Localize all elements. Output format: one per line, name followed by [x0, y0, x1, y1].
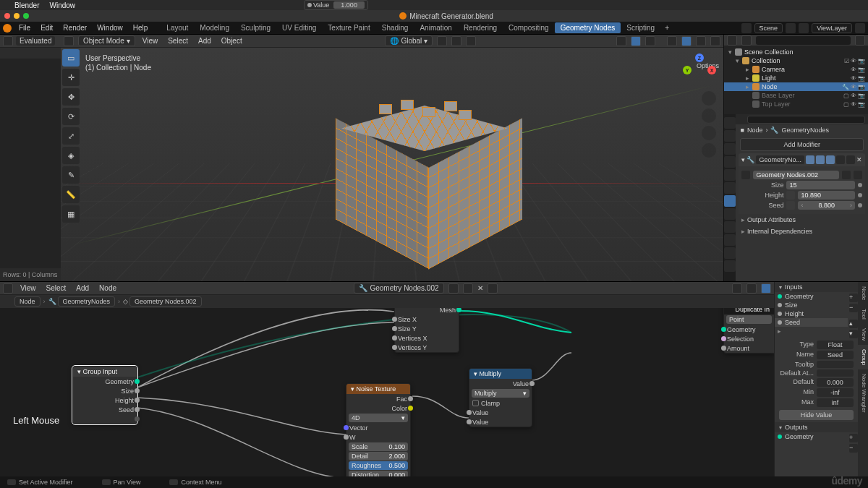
outliner-item-camera[interactable]: ▸Camera👁 📷: [724, 65, 868, 74]
axis-z-icon[interactable]: Z: [695, 53, 704, 62]
tool-transform[interactable]: ◈: [62, 147, 80, 164]
menu-render[interactable]: Render: [59, 22, 91, 33]
crumb-group[interactable]: Geometry Nodes.002: [129, 296, 202, 307]
viewlayer-new-icon[interactable]: [855, 23, 865, 33]
outliner-item-toplayer[interactable]: Top Layer▢ 👁 📷: [724, 100, 868, 108]
axis-x-icon[interactable]: X: [707, 66, 716, 74]
ws-render[interactable]: Rendering: [458, 22, 503, 33]
nav-zoom-icon[interactable]: [702, 91, 716, 106]
zoom-window[interactable]: [23, 13, 29, 19]
vp-object[interactable]: Object: [218, 36, 245, 46]
nodegroup-selector[interactable]: 🔧 Geometry Nodes.002: [354, 283, 443, 294]
nodegroup-shield-icon[interactable]: [448, 283, 459, 294]
npanel-out-add[interactable]: +: [849, 434, 858, 442]
outliner-scene-collection[interactable]: ▾Scene Collection: [724, 48, 868, 56]
scene-new-icon[interactable]: [786, 23, 796, 33]
ws-layout[interactable]: Layout: [161, 22, 194, 33]
prop-tab-scene[interactable]: [724, 156, 736, 168]
node-canvas[interactable]: ▾ Group Input Geometry Size Height Seed …: [0, 308, 774, 488]
node-group-input[interactable]: ▾ Group Input Geometry Size Height Seed: [72, 366, 137, 424]
prop-tab-constraints[interactable]: [724, 234, 736, 246]
tool-measure[interactable]: 📏: [62, 186, 80, 203]
ne-select[interactable]: Select: [43, 283, 69, 293]
outliner-filter-icon[interactable]: [855, 35, 865, 46]
editor-type-icon[interactable]: [64, 36, 74, 46]
nav-camera-icon[interactable]: [702, 126, 716, 140]
ws-script[interactable]: Scripting: [621, 22, 660, 33]
menu-window[interactable]: Window: [93, 22, 127, 33]
npanel-in-add[interactable]: +: [849, 294, 858, 302]
tool-scale[interactable]: ⤢: [62, 127, 80, 145]
mod-render-icon[interactable]: [816, 155, 825, 164]
ws-add[interactable]: +: [660, 22, 673, 33]
modifier-header[interactable]: ▾🔧 GeometryNo... ✕: [739, 153, 865, 166]
vp-add[interactable]: Add: [195, 36, 214, 46]
npanel-in-size[interactable]: Size: [775, 301, 848, 309]
nodegroup-field[interactable]: Geometry Nodes.002: [753, 171, 839, 179]
noise-detail[interactable]: Detail2.000: [349, 452, 408, 461]
npanel-defaultatt[interactable]: [817, 369, 854, 377]
prop-tab-modifier[interactable]: [724, 195, 736, 207]
vp-view[interactable]: View: [140, 36, 161, 46]
shading-solid-icon[interactable]: [681, 36, 692, 46]
props-search[interactable]: [747, 116, 865, 124]
ws-texpaint[interactable]: Texture Paint: [322, 22, 375, 33]
crumb-node[interactable]: Node: [14, 296, 41, 307]
math-op-dropdown[interactable]: Multiply▾: [472, 389, 529, 398]
npanel-out-remove[interactable]: −: [849, 444, 858, 453]
props-output-attrs[interactable]: Output Attributes: [736, 214, 868, 226]
viewport-canvas[interactable]: User Perspective(1) Collection | Node Op…: [61, 48, 723, 281]
menu-edit[interactable]: Edit: [36, 22, 57, 33]
tool-addcube[interactable]: ▦: [62, 205, 80, 223]
ws-shading[interactable]: Shading: [376, 22, 414, 33]
node-noise-texture[interactable]: ▾ Noise Texture Fac Color 4D▾ Vector W S…: [346, 383, 411, 481]
mod-extras-icon[interactable]: [846, 155, 855, 164]
crumb-mod[interactable]: GeometryNodes: [781, 127, 829, 134]
shading-rendered-icon[interactable]: [710, 36, 720, 46]
npanel-in-height[interactable]: Height: [775, 309, 848, 318]
blender-logo-icon[interactable]: [3, 24, 12, 33]
tool-annotate[interactable]: ✎: [62, 166, 80, 184]
value-chip-value[interactable]: 1.000: [333, 1, 365, 9]
mod-realtime-icon[interactable]: [806, 155, 814, 164]
mod-cage-icon[interactable]: [836, 155, 845, 164]
ws-anim[interactable]: Animation: [414, 22, 457, 33]
node-instance[interactable]: Duplicate In Point Geometry Selection Am…: [723, 308, 774, 354]
prop-tab-material[interactable]: [724, 260, 736, 272]
npanel-min[interactable]: -inf: [817, 388, 854, 397]
ne-view[interactable]: View: [17, 283, 39, 293]
npanel-default[interactable]: 0.000: [817, 378, 854, 387]
input-seed-attr-icon[interactable]: [786, 201, 795, 210]
tool-move[interactable]: ✥: [62, 88, 80, 106]
outliner-item-node[interactable]: ▸Node🔧 👁 📷: [724, 82, 868, 91]
input-height-attr-icon[interactable]: [786, 191, 795, 200]
propedit-icon[interactable]: [466, 36, 476, 46]
ne-overlay-icon[interactable]: [746, 283, 757, 294]
mac-menu-window[interactable]: Window: [49, 1, 75, 9]
tool-rotate[interactable]: ⟳: [62, 108, 80, 125]
npanel-tooltip[interactable]: [817, 361, 854, 368]
noise-dim-dropdown[interactable]: 4D▾: [349, 414, 408, 422]
spreadsheet-eval[interactable]: Evaluated: [16, 36, 55, 46]
ws-geonodes[interactable]: Geometry Nodes: [555, 22, 621, 33]
npanel-inputs-header[interactable]: Inputs: [775, 282, 858, 292]
close-window[interactable]: [4, 13, 10, 19]
outliner-display-icon[interactable]: [741, 35, 752, 46]
scene-browse-icon[interactable]: [741, 23, 752, 33]
nodeed-type-icon[interactable]: [3, 283, 13, 294]
prop-tab-output[interactable]: [724, 130, 736, 142]
prop-tab-data[interactable]: [724, 247, 736, 259]
shading-wire-icon[interactable]: [667, 36, 677, 46]
ntab-nodewrangler[interactable]: Node Wrangler: [858, 369, 868, 417]
app-name[interactable]: Blender: [14, 1, 39, 9]
noise-roughness[interactable]: Roughnes0.500: [349, 461, 408, 470]
add-modifier-button[interactable]: Add Modifier: [740, 138, 864, 151]
nav-gizmo[interactable]: Z Y X: [683, 53, 716, 87]
outliner-collection[interactable]: ▾Collection☑ 👁 📷: [724, 56, 868, 65]
crumb-geonodes[interactable]: GeometryNodes: [58, 296, 116, 307]
menu-file[interactable]: File: [14, 22, 35, 33]
minimize-window[interactable]: [14, 13, 20, 19]
ws-uv[interactable]: UV Editing: [276, 22, 322, 33]
nav-persp-icon[interactable]: [702, 143, 716, 158]
outliner-item-baselayer[interactable]: Base Layer▢ 👁 📷: [724, 91, 868, 100]
